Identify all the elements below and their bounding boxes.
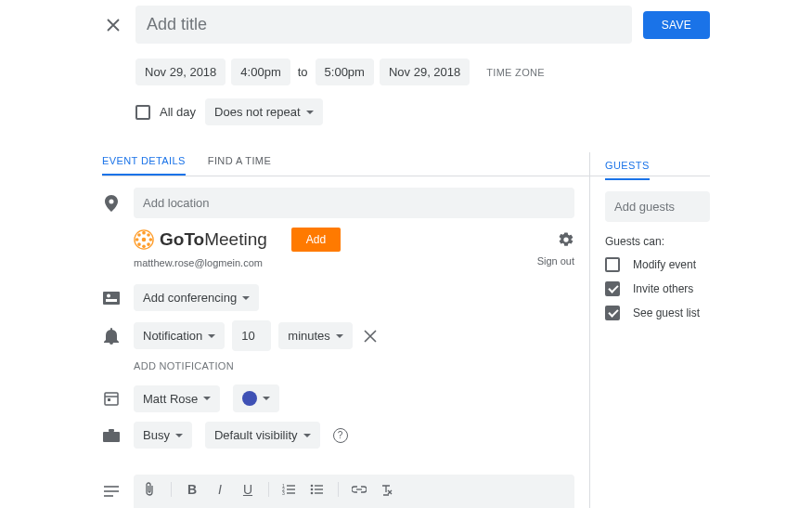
description-icon <box>102 482 121 501</box>
conferencing-label: Add conferencing <box>143 291 237 305</box>
gotomeeting-signout-link[interactable]: Sign out <box>537 255 574 267</box>
svg-point-5 <box>149 238 153 241</box>
insert-link-button[interactable] <box>352 486 367 493</box>
visibility-dropdown[interactable]: Default visibility <box>205 422 320 449</box>
bullet-list-button[interactable] <box>310 484 325 495</box>
svg-rect-16 <box>103 432 120 442</box>
all-day-checkbox[interactable] <box>135 105 150 120</box>
timezone-link[interactable]: TIME ZONE <box>486 67 545 78</box>
to-label: to <box>296 65 310 79</box>
svg-rect-15 <box>108 398 110 401</box>
svg-point-8 <box>137 242 141 246</box>
start-time-picker[interactable]: 4:00pm <box>231 59 290 85</box>
svg-point-6 <box>137 233 141 237</box>
all-day-label: All day <box>160 105 196 119</box>
invite-others-checkbox[interactable] <box>605 281 620 296</box>
tab-event-details[interactable]: EVENT DETAILS <box>102 148 186 176</box>
chevron-down-icon <box>306 111 314 114</box>
chevron-down-icon <box>203 397 211 400</box>
save-button[interactable]: SAVE <box>643 11 710 39</box>
notification-value-input[interactable] <box>232 320 271 351</box>
bold-button[interactable]: B <box>185 482 200 497</box>
location-input[interactable] <box>134 188 574 218</box>
svg-text:3: 3 <box>282 490 285 495</box>
see-guest-list-checkbox[interactable] <box>605 306 620 320</box>
calendar-owner-label: Matt Rose <box>143 392 198 406</box>
notification-unit-label: minutes <box>288 329 330 343</box>
chevron-down-icon <box>303 434 311 437</box>
notification-unit-dropdown[interactable]: minutes <box>278 322 353 349</box>
guests-can-label: Guests can: <box>605 235 710 248</box>
modify-event-checkbox[interactable] <box>605 257 620 272</box>
event-title-input[interactable] <box>135 6 632 44</box>
calendar-owner-dropdown[interactable]: Matt Rose <box>134 385 220 412</box>
chevron-down-icon <box>336 334 343 338</box>
briefcase-icon <box>102 426 121 445</box>
end-time-picker[interactable]: 5:00pm <box>316 59 374 85</box>
svg-point-27 <box>311 485 314 488</box>
calendar-icon <box>102 389 121 408</box>
tab-guests[interactable]: GUESTS <box>605 152 650 180</box>
italic-button[interactable]: I <box>213 482 227 497</box>
chevron-down-icon <box>208 334 215 338</box>
see-guest-list-label: See guest list <box>633 306 700 319</box>
gotomeeting-add-button[interactable]: Add <box>291 228 341 252</box>
chevron-down-icon <box>242 296 250 300</box>
location-pin-icon <box>102 194 121 213</box>
tab-find-a-time[interactable]: FIND A TIME <box>208 148 271 176</box>
svg-rect-17 <box>109 429 114 432</box>
add-notification-button[interactable]: ADD NOTIFICATION <box>134 360 574 371</box>
clear-formatting-button[interactable] <box>380 483 394 496</box>
svg-point-2 <box>142 231 146 235</box>
visibility-help-icon[interactable]: ? <box>333 428 348 443</box>
availability-label: Busy <box>143 428 170 442</box>
svg-point-1 <box>142 238 147 242</box>
calendar-color-dropdown[interactable] <box>233 384 279 412</box>
end-date-picker[interactable]: Nov 29, 2018 <box>380 59 470 85</box>
notification-type-dropdown[interactable]: Notification <box>134 322 225 349</box>
notification-type-label: Notification <box>143 329 202 343</box>
toolbar-separator <box>338 482 339 497</box>
modify-event-label: Modify event <box>633 258 696 271</box>
gotomeeting-logo-icon <box>134 229 154 250</box>
invite-others-label: Invite others <box>633 282 693 295</box>
visibility-label: Default visibility <box>214 428 298 442</box>
svg-point-31 <box>311 492 314 495</box>
chevron-down-icon <box>175 434 183 437</box>
video-conferencing-icon <box>102 289 121 307</box>
recurrence-label: Does not repeat <box>214 105 301 119</box>
svg-point-9 <box>147 242 150 246</box>
svg-rect-10 <box>103 292 120 305</box>
svg-point-3 <box>142 245 146 249</box>
description-textarea[interactable]: Add description <box>134 504 574 508</box>
gotomeeting-account-email: matthew.rose@logmein.com <box>134 257 263 268</box>
svg-point-29 <box>311 488 314 491</box>
add-guests-input[interactable] <box>605 191 710 222</box>
numbered-list-button[interactable]: 123 <box>282 484 297 495</box>
underline-button[interactable]: U <box>240 482 255 497</box>
chevron-down-icon <box>263 397 270 400</box>
availability-dropdown[interactable]: Busy <box>134 422 192 449</box>
svg-rect-11 <box>106 299 117 302</box>
bell-icon <box>102 327 121 345</box>
toolbar-separator <box>268 482 269 497</box>
remove-notification-button[interactable] <box>360 326 380 346</box>
color-swatch <box>242 391 257 406</box>
conferencing-dropdown[interactable]: Add conferencing <box>134 284 259 311</box>
toolbar-separator <box>171 482 172 497</box>
close-button[interactable] <box>102 14 124 36</box>
attach-file-button[interactable] <box>143 482 158 497</box>
settings-gear-icon[interactable] <box>558 231 574 248</box>
svg-point-12 <box>107 293 110 297</box>
svg-rect-13 <box>105 393 118 405</box>
gotomeeting-brand-text: GoToMeeting <box>160 229 267 250</box>
svg-point-4 <box>135 238 139 241</box>
start-date-picker[interactable]: Nov 29, 2018 <box>135 59 226 85</box>
recurrence-dropdown[interactable]: Does not repeat <box>205 98 323 125</box>
svg-point-7 <box>147 233 150 237</box>
